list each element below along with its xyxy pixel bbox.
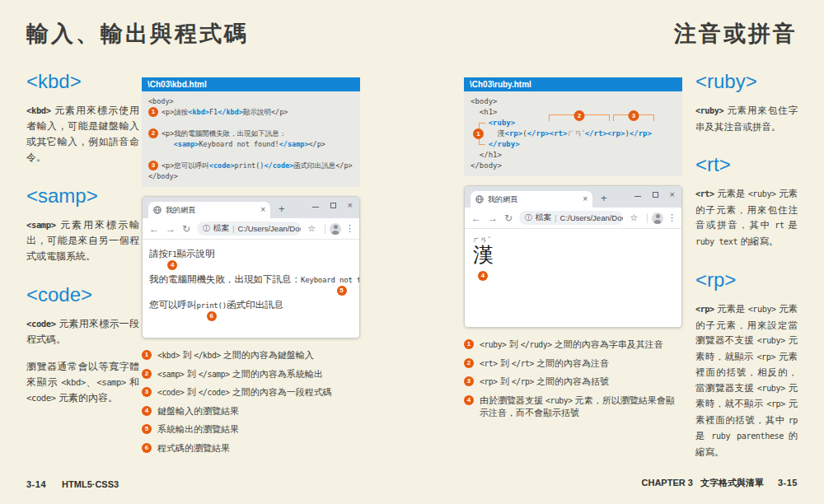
address-bar[interactable]: ⓘ 檔案 | C:/Users/Jean/Docu... [197,222,301,236]
window-minimize-button[interactable] [634,196,641,198]
bookmark-star-icon[interactable]: ☆ [307,223,316,234]
html-tag-text: <rt> [550,129,568,138]
tab-close-icon[interactable]: × [583,195,588,203]
url-separator: | [232,224,234,233]
browser-tab-bar: 我的網頁 × + × [143,197,359,218]
toolbar-divider [325,224,325,234]
html-tag-text: <rp> [607,129,625,138]
element-heading: <rt> [695,153,798,176]
tab-close-icon[interactable]: × [260,206,265,214]
html-tag-text: <rt> [480,359,498,368]
profile-avatar[interactable] [330,223,341,235]
text: </p> [309,140,325,148]
html-tag-text: </kbd> [218,108,243,116]
browser-tab[interactable]: 我的網頁 × [148,202,270,218]
callout-badge-1: 1 [464,339,474,349]
callout-note: 4由於瀏覽器支援 <ruby> 元素，所以瀏覽結果會顯示注音，而不會顯示括號 [464,394,682,419]
html-tag-text: ruby text [695,237,737,246]
text: F1 [209,108,218,116]
callout-badge-5: 5 [337,286,347,296]
page-right: 注音或拼音 \Ch03\ruby.html 1 2 3 <body> <h1> … [412,0,824,504]
callout-note: 5系統輸出的瀏覽結果 [142,423,360,436]
bookmark-star-icon[interactable]: ☆ [630,212,638,223]
info-icon[interactable]: ⓘ [203,223,210,234]
text: <h1> [471,108,498,116]
url-scheme: 檔案 [536,212,551,223]
forward-icon[interactable]: → [488,213,498,223]
html-tag-text: </kbd> [194,351,221,360]
callout-note: 1<kbd> 到 </kbd> 之間的內容為鍵盤輸入 [142,349,360,362]
right-main-column: \Ch03\ruby.html 1 2 3 <body> <h1> <ruby>… [464,70,682,425]
text: </body> [148,172,178,180]
callout-note: 2<samp> 到 </samp> 之間的內容為系統輸出 [142,368,360,380]
back-icon[interactable]: ← [149,224,159,234]
window-close-button[interactable]: × [670,190,675,199]
html-tag-text: </ruby> [489,140,520,148]
callout-badge-1: 1 [148,107,158,117]
element-section: <rp><rp> 元素是 <ruby> 元素的子元素，用來設定當瀏覽器不支援 <… [695,268,798,460]
note-text: <rp> 到 </rp> 之間的內容為括號 [480,376,682,388]
address-bar[interactable]: ⓘ 檔案 | C:/Users/Jean/Docu... [519,211,623,225]
html-tag-text: <ruby> [489,119,516,127]
note-text: 系統輸出的瀏覽結果 [157,423,360,436]
note-text: 程式碼的瀏覽結果 [157,442,360,455]
new-tab-button[interactable]: + [279,203,285,215]
callout-badge-5: 5 [142,424,152,434]
back-icon[interactable]: ← [471,213,481,223]
note-text: <ruby> 到 </rudy> 之間的內容為字串及其注音 [480,338,682,351]
html-tag-text: <ruby> [480,340,507,349]
text: <body> [148,97,174,105]
html-tag-text: </rp> [630,129,652,138]
new-tab-button[interactable]: + [601,193,607,204]
text: 是 [695,431,711,441]
window-close-button[interactable]: × [348,201,353,210]
callout-badge-4: 4 [142,406,152,416]
html-tag-text: </rp> [527,129,550,138]
book-title: HTML5·CSS3 [62,479,119,489]
marker-bracket-3: 3 [613,114,654,121]
badged-text: F14 [168,249,176,259]
text: 是 [784,220,798,230]
callout-note: 3<code> 到 </code> 之間的內容為一段程式碼 [142,386,360,399]
tab-title: 我的網頁 [488,194,583,205]
browser-toolbar: ← → ↻ ⓘ 檔案 | C:/Users/Jean/Docu... ☆ ⋮ [143,218,359,240]
footer-left: 3-14 HTML5·CSS3 [26,479,119,489]
html-tag-text: <samp> [26,220,56,230]
browser-tab[interactable]: 我的網頁 × [471,191,592,208]
globe-icon [475,195,484,203]
text: <p>您可以呼叫 [162,161,209,170]
menu-icon[interactable]: ⋮ [345,223,354,234]
callout-badge-2: 2 [148,128,158,138]
page-number: 3-14 [26,479,46,489]
callout-badge-1: 1 [473,128,484,139]
callout-badge-3: 3 [629,110,639,121]
info-icon[interactable]: ⓘ [525,212,532,223]
chapter-label: CHAPTER 3 [642,478,693,488]
code-line [148,150,358,161]
text: 到 [185,369,199,379]
html-tag-text: <kbd> [188,108,209,116]
description-paragraph: <kbd> 元素用來標示使用者輸入，可能是鍵盤輸入或其它輸入，例如語音命令。 [26,103,139,166]
window-maximize-button[interactable] [330,203,336,208]
reload-icon[interactable]: ↻ [182,224,190,234]
code-panel-kbd: \Ch03\kbd.html <body>1<p>請按<kbd>F1</kbd>… [142,77,360,187]
browser-text-line: 我的電腦開機失敗，出現如下訊息：Keyboard not found!5 [149,273,353,286]
html-tag-text: <rp> [766,399,785,408]
text: 之間的內容為括號 [534,376,609,386]
profile-avatar[interactable] [652,212,663,224]
element-section: <ruby><ruby> 元素用來包住字串及其注音或拼音。 [695,70,798,134]
text: 請按 [149,249,168,259]
html-tag-text: </rp> [512,377,534,386]
window-minimize-button[interactable] [312,207,319,208]
text: 顯示說明</p> [243,108,288,116]
reload-icon[interactable]: ↻ [504,213,513,223]
text: 系統輸出的瀏覽結果 [157,424,239,434]
badged-text: print()6 [197,300,227,310]
ruby-annotation-text: ㄏㄢˋ [473,236,681,244]
code-panel-ruby: \Ch03\ruby.html 1 2 3 <body> <h1> <ruby>… [464,77,682,176]
window-maximize-button[interactable] [653,192,658,198]
text: 之間的內容為一段程式碼 [230,387,332,397]
forward-icon[interactable]: → [166,224,176,234]
menu-icon[interactable]: ⋮ [667,212,677,223]
marker-bracket-2: 2 [549,114,610,121]
